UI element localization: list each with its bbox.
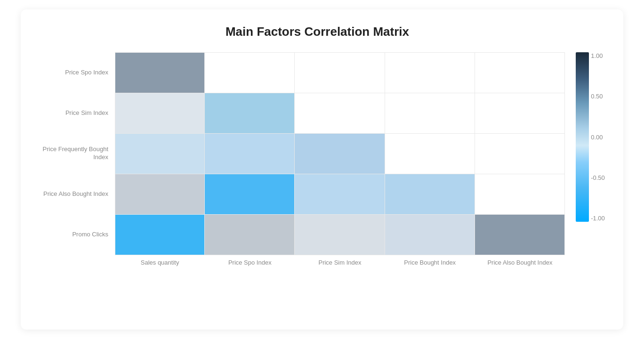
matrix-cell xyxy=(295,134,385,174)
y-axis-label: Promo Clicks xyxy=(30,214,115,255)
legend-wrapper: 1.00 0.50 0.00 -0.50 -1.00 xyxy=(576,52,605,222)
legend-label-mid2: 0.00 xyxy=(591,134,605,141)
matrix-cell xyxy=(205,134,295,174)
legend-label-mid3: -0.50 xyxy=(591,174,605,181)
matrix-cell xyxy=(115,174,205,215)
matrix-cell xyxy=(205,93,295,134)
matrix-cell xyxy=(385,53,475,93)
matrix-cell xyxy=(475,53,565,93)
matrix-and-legend: Sales quantityPrice Spo IndexPrice Sim I… xyxy=(115,52,604,267)
matrix-cell xyxy=(115,53,205,93)
y-axis-label: Price Sim Index xyxy=(30,93,115,133)
legend-label-mid1: 0.50 xyxy=(591,93,605,100)
matrix-cell xyxy=(475,134,565,174)
matrix-cell xyxy=(385,215,475,255)
matrix-cell xyxy=(115,215,205,255)
x-axis: Sales quantityPrice Spo IndexPrice Sim I… xyxy=(115,259,565,267)
chart-body: Price Spo IndexPrice Sim IndexPrice Freq… xyxy=(30,52,604,315)
x-axis-label: Price Bought Index xyxy=(385,259,475,267)
y-axis: Price Spo IndexPrice Sim IndexPrice Freq… xyxy=(30,52,115,255)
legend-label-top: 1.00 xyxy=(591,52,605,59)
matrix-cell xyxy=(475,93,565,134)
chart-title: Main Factors Correlation Matrix xyxy=(225,24,409,39)
y-axis-label: Price Also Bought Index xyxy=(30,174,115,214)
matrix-grid xyxy=(115,52,565,255)
matrix-cell xyxy=(295,93,385,134)
matrix-cell xyxy=(385,134,475,174)
legend: 1.00 0.50 0.00 -0.50 -1.00 xyxy=(576,52,604,255)
matrix-cell xyxy=(475,215,565,255)
matrix-wrapper: Sales quantityPrice Spo IndexPrice Sim I… xyxy=(115,52,565,267)
matrix-cell xyxy=(115,134,205,174)
matrix-cell xyxy=(115,93,205,134)
legend-labels: 1.00 0.50 0.00 -0.50 -1.00 xyxy=(591,52,605,222)
matrix-cell xyxy=(295,53,385,93)
matrix-cell xyxy=(385,93,475,134)
x-axis-label: Price Spo Index xyxy=(205,259,295,267)
y-axis-label: Price Frequently Bought Index xyxy=(30,133,115,174)
chart-container: Main Factors Correlation Matrix Price Sp… xyxy=(21,9,623,330)
x-axis-label: Price Sim Index xyxy=(295,259,385,267)
legend-bar xyxy=(576,52,589,222)
x-axis-label: Price Also Bought Index xyxy=(475,259,565,267)
matrix-cell xyxy=(205,215,295,255)
matrix-cell xyxy=(295,215,385,255)
matrix-cell xyxy=(475,174,565,215)
x-axis-label: Sales quantity xyxy=(115,259,205,267)
legend-label-bottom: -1.00 xyxy=(591,215,605,222)
matrix-cell xyxy=(205,174,295,215)
y-axis-label: Price Spo Index xyxy=(30,52,115,93)
matrix-cell xyxy=(295,174,385,215)
matrix-cell xyxy=(205,53,295,93)
matrix-cell xyxy=(385,174,475,215)
